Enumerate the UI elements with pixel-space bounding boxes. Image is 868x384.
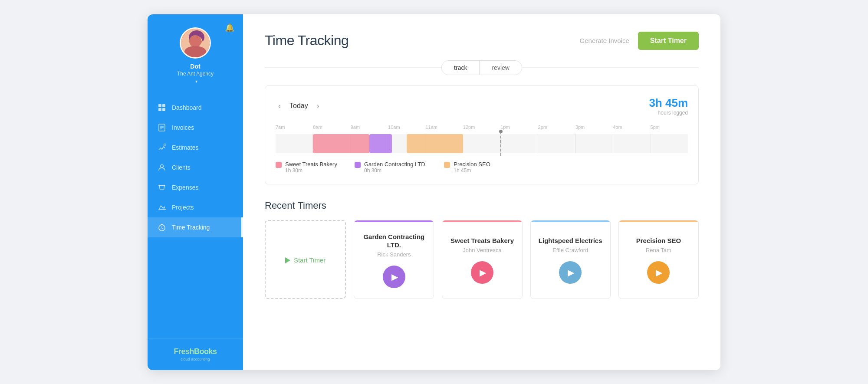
- svg-rect-7: [158, 104, 161, 107]
- freshbooks-logo: FreshBooks: [156, 347, 234, 356]
- header-actions: Generate Invoice Start Timer: [580, 32, 699, 50]
- sidebar-item-label: Time Tracking: [172, 224, 210, 231]
- time-labels: 7am 8am 9am 10am 11am 12pm 1pm 2pm 3pm 4…: [276, 125, 688, 131]
- user-info[interactable]: Dot The Ant Agency ▾: [177, 63, 214, 85]
- play-button-garden[interactable]: ▶: [383, 266, 405, 288]
- time-label-9am: 9am: [351, 125, 388, 130]
- dropdown-arrow-icon: ▾: [195, 79, 197, 84]
- timeline-nav: ‹ Today ›: [276, 101, 322, 112]
- start-timer-button[interactable]: Start Timer: [638, 32, 699, 50]
- timer-card-precision[interactable]: Precision SEO Rena Tam ▶: [618, 220, 699, 299]
- start-timer-card-label: Start Timer: [294, 256, 326, 264]
- time-block-garden[interactable]: [369, 134, 392, 153]
- sidebar-item-label: Invoices: [172, 124, 194, 131]
- user-name: Dot: [177, 63, 214, 70]
- hours-value: 3h 45m: [649, 96, 688, 110]
- svg-point-15: [164, 144, 166, 146]
- timer-card-title-sweet-treats: Sweet Treats Bakery: [450, 236, 514, 245]
- sidebar-nav: Dashboard Invoices: [148, 93, 243, 338]
- timer-card-top-bar-garden: [354, 220, 434, 222]
- recent-timers-section: Recent Timers Start Timer Garden Contrac…: [265, 200, 699, 299]
- dashboard-icon: [157, 103, 167, 112]
- today-label: Today: [289, 102, 308, 110]
- invoices-icon: [157, 123, 167, 132]
- sidebar-item-projects[interactable]: Projects: [148, 197, 243, 217]
- sidebar-item-dashboard[interactable]: Dashboard: [148, 98, 243, 118]
- estimates-icon: [157, 143, 167, 152]
- play-button-precision[interactable]: ▶: [647, 261, 670, 284]
- time-label-11am: 11am: [425, 125, 463, 130]
- play-icon-sweet-treats: ▶: [480, 267, 486, 278]
- time-label-2pm: 2pm: [538, 125, 575, 130]
- timer-card-title-precision: Precision SEO: [636, 236, 681, 245]
- start-timer-card-button[interactable]: Start Timer: [285, 256, 326, 264]
- time-label-5pm: 5pm: [651, 125, 688, 130]
- sidebar-item-label: Expenses: [172, 184, 198, 191]
- sidebar-footer: FreshBooks cloud accounting: [148, 338, 243, 370]
- timer-card-lightspeed[interactable]: Lightspeed Electrics Effie Crawford ▶: [530, 220, 611, 299]
- freshbooks-tagline: cloud accounting: [156, 357, 234, 361]
- prev-day-button[interactable]: ‹: [276, 101, 283, 112]
- legend-name-sweet-treats: Sweet Treats Bakery: [285, 161, 337, 167]
- play-button-lightspeed[interactable]: ▶: [559, 261, 582, 284]
- sidebar-item-expenses[interactable]: Expenses: [148, 177, 243, 197]
- timeline-card: ‹ Today › 3h 45m hours logged 7am 8am 9a…: [265, 85, 699, 184]
- timer-card-start[interactable]: Start Timer: [265, 220, 346, 299]
- timer-card-top-bar-sweet-treats: [442, 220, 522, 222]
- time-block-precision[interactable]: [407, 134, 463, 153]
- sidebar-item-time-tracking[interactable]: Time Tracking: [148, 217, 243, 237]
- main-content: Time Tracking Generate Invoice Start Tim…: [243, 14, 720, 370]
- current-time-dot: [499, 130, 503, 133]
- tab-review[interactable]: review: [480, 61, 521, 75]
- legend-color-garden: [355, 162, 361, 168]
- sidebar-item-label: Projects: [172, 204, 194, 211]
- time-label-7am: 7am: [276, 125, 313, 130]
- timeline-ruler: 7am 8am 9am 10am 11am 12pm 1pm 2pm 3pm 4…: [276, 125, 688, 153]
- timer-card-top-bar-lightspeed: [531, 220, 610, 222]
- timer-card-person-lightspeed: Effie Crawford: [552, 247, 588, 253]
- user-company: The Ant Agency: [177, 71, 214, 77]
- time-label-8am: 8am: [313, 125, 350, 130]
- play-button-sweet-treats[interactable]: ▶: [471, 261, 493, 284]
- time-label-1pm: 1pm: [500, 125, 538, 130]
- tabs-container: track review: [441, 60, 522, 75]
- legend-color-sweet-treats: [276, 162, 282, 168]
- next-day-button[interactable]: ›: [314, 101, 322, 112]
- avatar: [180, 27, 211, 59]
- legend-precision: Precision SEO 1h 45m: [444, 161, 490, 174]
- timer-card-garden[interactable]: Garden Contracting LTD. Rick Sanders ▶: [354, 220, 434, 299]
- svg-rect-9: [158, 108, 161, 111]
- play-icon-lightspeed: ▶: [568, 267, 574, 278]
- timer-card-sweet-treats[interactable]: Sweet Treats Bakery John Ventresca ▶: [442, 220, 522, 299]
- projects-icon: [157, 203, 167, 212]
- timeline-header: ‹ Today › 3h 45m hours logged: [276, 96, 688, 116]
- recent-timers-title: Recent Timers: [265, 200, 699, 211]
- svg-point-2: [191, 36, 203, 49]
- time-block-sweet-treats[interactable]: [313, 134, 369, 153]
- play-icon-precision: ▶: [656, 267, 662, 278]
- sidebar-item-invoices[interactable]: Invoices: [148, 118, 243, 138]
- svg-point-4: [197, 39, 201, 44]
- generate-invoice-button[interactable]: Generate Invoice: [580, 37, 629, 44]
- timeline-legend: Sweet Treats Bakery 1h 30m Garden Contra…: [276, 161, 688, 174]
- play-triangle-icon: [285, 257, 290, 263]
- bell-icon[interactable]: 🔔: [225, 23, 234, 33]
- sidebar: 🔔: [148, 14, 243, 370]
- timer-card-person-sweet-treats: John Ventresca: [463, 247, 502, 253]
- legend-color-precision: [444, 162, 450, 168]
- legend-garden: Garden Contracting LTD. 0h 30m: [355, 161, 427, 174]
- legend-time-garden: 0h 30m: [364, 167, 427, 174]
- app-container: 🔔: [148, 14, 720, 370]
- sidebar-item-clients[interactable]: Clients: [148, 158, 243, 177]
- svg-point-16: [161, 164, 164, 167]
- sidebar-item-estimates[interactable]: Estimates: [148, 138, 243, 158]
- tab-track[interactable]: track: [442, 61, 480, 75]
- avatar-image: [181, 29, 211, 59]
- page-header: Time Tracking Generate Invoice Start Tim…: [265, 32, 699, 50]
- expenses-icon: [157, 183, 167, 192]
- timer-card-person-precision: Rena Tam: [646, 247, 671, 253]
- play-icon-garden: ▶: [391, 272, 398, 282]
- timer-card-person-garden: Rick Sanders: [377, 251, 411, 258]
- svg-rect-8: [162, 104, 165, 107]
- hours-logged: 3h 45m hours logged: [649, 96, 688, 116]
